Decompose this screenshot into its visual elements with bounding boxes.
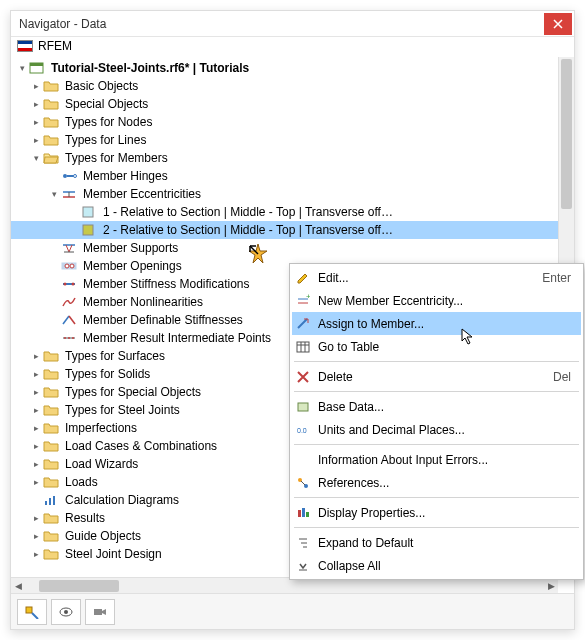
svg-rect-35 (297, 342, 309, 352)
tree-item-member-ecc[interactable]: ▾Member Eccentricities (11, 185, 574, 203)
folder-icon (43, 529, 59, 543)
window-title: Navigator - Data (11, 17, 544, 31)
folder-icon (43, 421, 59, 435)
close-button[interactable] (544, 13, 572, 35)
expander-icon[interactable]: ▾ (47, 187, 61, 201)
tree-item-types-for-members[interactable]: ▾Types for Members (11, 149, 574, 167)
tree-item[interactable]: ▸Special Objects (11, 95, 574, 113)
expand-icon (294, 535, 312, 551)
svg-rect-9 (83, 225, 93, 235)
svg-point-21 (64, 337, 66, 339)
svg-point-14 (70, 264, 74, 268)
view-video-button[interactable] (85, 599, 115, 625)
delete-icon (294, 369, 312, 385)
tree-item[interactable]: ▸Types for Nodes (11, 113, 574, 131)
tree-item[interactable]: Member Supports (11, 239, 574, 257)
menu-collapse-all[interactable]: Collapse All (292, 554, 581, 577)
folder-icon (43, 457, 59, 471)
folder-icon (43, 133, 59, 147)
tree-item-ecc-1[interactable]: 1 - Relative to Section | Middle - Top |… (11, 203, 574, 221)
root-node[interactable]: ▾ Tutorial-Steel-Joints.rf6* | Tutorials (11, 59, 574, 77)
expander-icon[interactable]: ▾ (29, 151, 43, 165)
view-data-button[interactable] (17, 599, 47, 625)
svg-rect-27 (26, 607, 32, 613)
menu-go-to-table[interactable]: Go to Table (292, 335, 581, 358)
units-icon: 0.0 (294, 422, 312, 438)
tree-item[interactable]: ▸Basic Objects (11, 77, 574, 95)
tree-item[interactable]: ▸Types for Lines (11, 131, 574, 149)
expander-icon[interactable]: ▸ (29, 115, 43, 129)
folder-icon (43, 511, 59, 525)
eccentricity-icon (61, 187, 77, 201)
diagram-icon (43, 493, 59, 507)
folder-icon (43, 349, 59, 363)
svg-point-29 (64, 610, 68, 614)
result-points-icon (61, 331, 77, 345)
folder-open-icon (43, 151, 59, 165)
tree-item[interactable]: Member Hinges (11, 167, 574, 185)
expander-icon[interactable]: ▸ (29, 133, 43, 147)
svg-line-34 (298, 319, 307, 328)
menu-assign-to-member[interactable]: Assign to Member... (292, 312, 581, 335)
svg-point-4 (74, 175, 77, 178)
references-icon (294, 475, 312, 491)
svg-line-18 (63, 316, 69, 324)
svg-rect-1 (30, 63, 43, 66)
table-icon (294, 339, 312, 355)
svg-point-2 (63, 174, 67, 178)
svg-point-22 (68, 337, 70, 339)
menu-new-eccentricity[interactable]: + New Member Eccentricity... (292, 289, 581, 312)
display-icon (294, 505, 312, 521)
menu-expand-default[interactable]: Expand to Default (292, 531, 581, 554)
nonlin-icon (61, 295, 77, 309)
def-stiff-icon (61, 313, 77, 327)
svg-point-16 (64, 283, 67, 286)
menu-display-properties[interactable]: Display Properties... (292, 501, 581, 524)
svg-point-23 (72, 337, 74, 339)
stiffness-icon (61, 277, 77, 291)
folder-icon (43, 439, 59, 453)
svg-point-13 (65, 264, 69, 268)
support-icon (61, 241, 77, 255)
app-icon (17, 40, 33, 52)
assign-icon (294, 316, 312, 332)
swatch-icon (81, 205, 97, 219)
folder-icon (43, 367, 59, 381)
tree-item-ecc-2[interactable]: 2 - Relative to Section | Middle - Top |… (11, 221, 574, 239)
collapse-icon (294, 558, 312, 574)
svg-rect-46 (306, 512, 309, 517)
base-data-icon (294, 399, 312, 415)
svg-line-43 (301, 481, 305, 485)
menu-base-data[interactable]: Base Data... (292, 395, 581, 418)
svg-rect-8 (83, 207, 93, 217)
folder-icon (43, 475, 59, 489)
expander-icon[interactable]: ▸ (29, 97, 43, 111)
project-icon (29, 61, 45, 75)
svg-rect-26 (53, 496, 55, 505)
svg-point-17 (72, 283, 75, 286)
svg-rect-39 (298, 403, 308, 411)
titlebar: Navigator - Data (11, 11, 574, 37)
context-menu: Edit... Enter + New Member Eccentricity.… (289, 263, 584, 580)
app-row: RFEM (11, 37, 574, 55)
svg-rect-25 (49, 498, 51, 505)
menu-units[interactable]: 0.0 Units and Decimal Places... (292, 418, 581, 441)
menu-delete[interactable]: Delete Del (292, 365, 581, 388)
svg-line-19 (69, 316, 75, 324)
folder-icon (43, 97, 59, 111)
bottom-toolbar (11, 593, 574, 629)
folder-icon (43, 79, 59, 93)
expander-icon[interactable]: ▸ (29, 79, 43, 93)
expander-icon[interactable]: ▾ (15, 61, 29, 75)
menu-input-errors[interactable]: Information About Input Errors... (292, 448, 581, 471)
eccentricity-new-icon: + (294, 293, 312, 309)
hinge-icon (61, 169, 77, 183)
svg-rect-44 (298, 510, 301, 517)
view-show-button[interactable] (51, 599, 81, 625)
folder-icon (43, 385, 59, 399)
svg-rect-24 (45, 501, 47, 505)
folder-icon (43, 403, 59, 417)
menu-edit[interactable]: Edit... Enter (292, 266, 581, 289)
menu-references[interactable]: References... (292, 471, 581, 494)
edit-icon (294, 270, 312, 286)
